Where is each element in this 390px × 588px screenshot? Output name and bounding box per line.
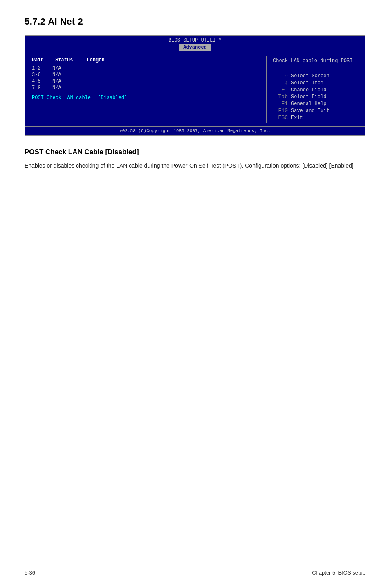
- bios-screen: BIOS SETUP UTILITY Advanced Pair Status …: [25, 35, 365, 136]
- bios-active-tab[interactable]: Advanced: [179, 44, 211, 51]
- key-arrows-lr: ↔: [273, 73, 288, 79]
- status-4: N/A: [52, 85, 81, 91]
- post-check-value[interactable]: [Disabled]: [98, 95, 127, 101]
- pair-4: 7-8: [32, 85, 52, 91]
- status-3: N/A: [52, 79, 81, 84]
- key-f1: F1: [273, 101, 288, 107]
- section-title: 5.7.2 AI Net 2: [25, 16, 365, 27]
- key-esc: ESC: [273, 114, 288, 121]
- key-arrows-ud: ↕: [273, 80, 288, 86]
- label-select-item: Select Item: [291, 80, 323, 86]
- status-2: N/A: [52, 72, 81, 78]
- bios-col-headers: Pair Status Length: [32, 57, 260, 63]
- key-tab: Tab: [273, 94, 288, 100]
- shortcut-select-field: Tab Select Field: [273, 94, 358, 100]
- key-plus-minus: +-: [273, 87, 288, 93]
- bios-copyright: v02.58 (C)Copyright 1985-2007, American …: [119, 128, 271, 133]
- col-status: Status: [55, 57, 84, 63]
- footer-page-number: 5-36: [25, 570, 35, 576]
- table-row: 7-8 N/A: [32, 85, 260, 91]
- bios-help-text: Check LAN cable during POST.: [273, 57, 358, 65]
- key-f10: F10: [273, 108, 288, 114]
- bios-right-panel: Check LAN cable during POST. ↔ Select Sc…: [267, 56, 365, 123]
- shortcut-select-screen: ↔ Select Screen: [273, 73, 358, 79]
- label-save-exit: Save and Exit: [291, 108, 329, 114]
- pair-2: 3-6: [32, 72, 52, 78]
- bios-header: BIOS SETUP UTILITY: [25, 36, 365, 44]
- doc-section-title: POST Check LAN Cable [Disabled]: [25, 148, 365, 156]
- label-select-field: Select Field: [291, 94, 326, 100]
- label-select-screen: Select Screen: [291, 73, 329, 79]
- shortcut-select-item: ↕ Select Item: [273, 80, 358, 86]
- bios-title: BIOS SETUP UTILITY: [168, 38, 222, 43]
- pair-3: 4-5: [32, 79, 52, 84]
- shortcut-save-exit: F10 Save and Exit: [273, 108, 358, 114]
- label-change-field: Change Field: [291, 87, 326, 93]
- shortcut-exit: ESC Exit: [273, 114, 358, 121]
- shortcut-change-field: +- Change Field: [273, 87, 358, 93]
- col-pair: Pair: [32, 57, 52, 63]
- footer-chapter: Chapter 5: BIOS setup: [312, 570, 365, 576]
- bios-tab-row: Advanced: [25, 44, 365, 52]
- label-exit: Exit: [291, 115, 303, 121]
- bios-left-panel: Pair Status Length 1-2 N/A 3-6 N/A 4-5 N…: [25, 56, 267, 123]
- bios-footer: v02.58 (C)Copyright 1985-2007, American …: [25, 126, 365, 135]
- pair-1: 1-2: [32, 65, 52, 71]
- bios-body: Pair Status Length 1-2 N/A 3-6 N/A 4-5 N…: [25, 52, 365, 126]
- status-1: N/A: [52, 65, 81, 71]
- table-row: 3-6 N/A: [32, 72, 260, 78]
- label-general-help: General Help: [291, 101, 326, 107]
- bios-shortcuts: ↔ Select Screen ↕ Select Item +- Change …: [273, 73, 358, 121]
- page-footer: 5-36 Chapter 5: BIOS setup: [25, 566, 365, 576]
- table-row: 1-2 N/A: [32, 65, 260, 71]
- table-row: 4-5 N/A: [32, 79, 260, 84]
- post-check-row[interactable]: POST Check LAN cable [Disabled]: [32, 95, 260, 101]
- doc-description: Enables or disables checking of the LAN …: [25, 161, 365, 170]
- shortcut-general-help: F1 General Help: [273, 101, 358, 107]
- post-check-label: POST Check LAN cable: [32, 95, 91, 101]
- col-length: Length: [87, 57, 104, 63]
